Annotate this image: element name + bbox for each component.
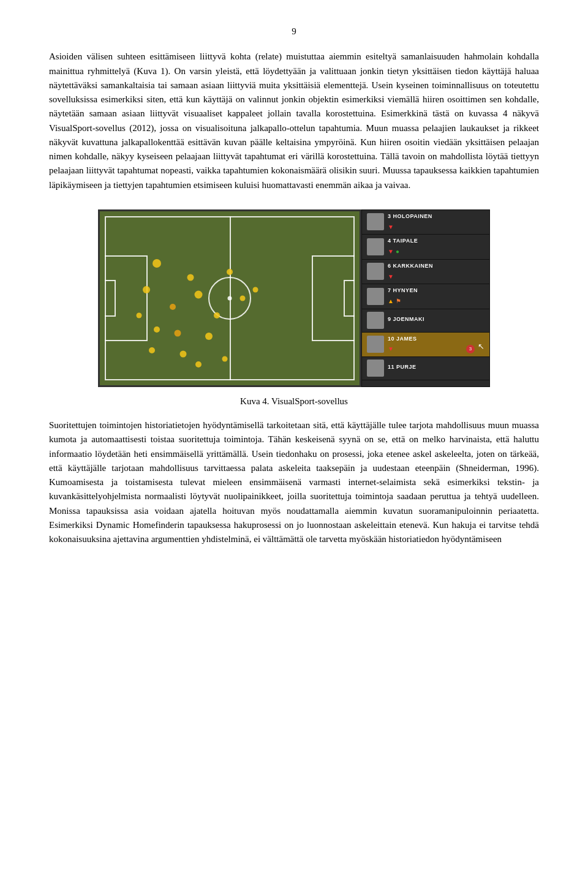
player-name-3: 3 HOLOPAINEN (388, 213, 484, 221)
field-dot-13 (253, 287, 258, 292)
player-avatar-6 (367, 263, 384, 280)
paragraph-2: Suoritettujen toimintojen historiatietoj… (49, 418, 539, 546)
field-dot-4 (187, 274, 194, 281)
player-avatar-3 (367, 213, 384, 230)
player-row-7[interactable]: 7 HYNYEN▲⚑ (362, 284, 489, 309)
player-badge-10: 3 (466, 345, 475, 353)
field-dot-10 (136, 313, 141, 318)
red-arrow-icon: ▼ (388, 222, 394, 232)
green-circle-icon: ● (396, 247, 399, 257)
paragraph-1: Asioiden välisen suhteen esittämiseen li… (49, 50, 539, 192)
cursor-icon: ↖ (478, 341, 484, 353)
player-row-9[interactable]: 9 JOENMAKI (362, 309, 489, 333)
orange-flag-icon: ⚑ (396, 296, 401, 306)
field-dot-8 (240, 295, 246, 301)
field-center-dot (228, 296, 232, 300)
player-row-4[interactable]: 4 TAIPALE▼● (362, 235, 489, 259)
player-sidebar: 3 HOLOPAINEN▼4 TAIPALE▼●6 KARKKAINEN▼7 H… (361, 209, 490, 387)
red-arrow-icon: ▼ (388, 344, 394, 354)
field-dot-9 (154, 326, 160, 333)
yellow-triangle-icon: ▲ (388, 296, 394, 306)
field-dot-5 (214, 312, 220, 318)
field-dot-12 (179, 350, 186, 357)
right-goal-area (344, 280, 355, 317)
player-avatar-9 (367, 312, 384, 329)
player-name-11: 11 PURJE (388, 363, 484, 372)
field-dot-15 (222, 356, 227, 362)
field-dot-3 (195, 291, 203, 299)
player-name-4: 4 TAIPALE (388, 237, 484, 246)
field-dot-11 (149, 347, 155, 353)
player-name-10: 10 JAMES (388, 335, 484, 344)
player-name-7: 7 HYNYEN (388, 287, 484, 295)
player-avatar-11 (367, 360, 384, 377)
player-avatar-10 (367, 336, 384, 353)
field-dot-16 (195, 361, 202, 367)
player-name-6: 6 KARKKAINEN (388, 262, 484, 271)
field-dot-0 (153, 259, 161, 268)
page-number: 9 (49, 24, 539, 39)
player-avatar-7 (367, 288, 384, 305)
body-text-2: Suoritettujen toimintojen historiatietoj… (49, 418, 539, 546)
red-arrow-icon: ▼ (388, 272, 394, 282)
player-name-9: 9 JOENMAKI (388, 315, 484, 324)
player-row-6[interactable]: 6 KARKKAINEN▼ (362, 260, 489, 284)
field-dot-6 (205, 333, 213, 340)
player-row-3[interactable]: 3 HOLOPAINEN▼ (362, 210, 489, 235)
field-dot-2 (170, 304, 176, 310)
field-dot-1 (143, 286, 150, 293)
field-dot-7 (175, 330, 181, 336)
soccer-field (98, 209, 361, 387)
figure-caption: Kuva 4. VisualSport-sovellus (49, 394, 539, 409)
red-arrow-icon: ▼ (388, 247, 394, 257)
player-row-11[interactable]: 11 PURJE (362, 357, 489, 380)
body-text-1: Asioiden välisen suhteen esittämiseen li… (49, 50, 539, 192)
left-goal-area (105, 280, 116, 317)
player-avatar-4 (367, 238, 384, 255)
field-dot-14 (227, 269, 233, 275)
figure-container: 3 HOLOPAINEN▼4 TAIPALE▼●6 KARKKAINEN▼7 H… (49, 209, 539, 387)
player-row-10[interactable]: 10 JAMES▼3↖ (362, 333, 489, 357)
